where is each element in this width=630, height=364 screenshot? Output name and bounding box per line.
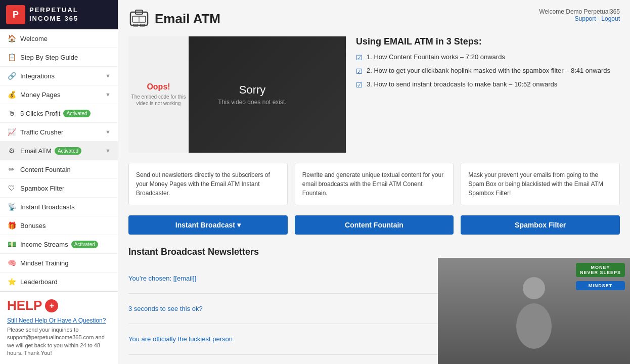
nav-label-money-pages: Money Pages bbox=[20, 91, 61, 99]
step-check-1: ☑ bbox=[356, 67, 363, 75]
sidebar-item-5clicks[interactable]: 🖱 5 Clicks Profit Activated bbox=[0, 104, 118, 123]
video-container: Oops! The embed code for this video is n… bbox=[128, 36, 346, 153]
broadcast-link-2[interactable]: You are officially the luckiest person bbox=[128, 335, 233, 343]
sorry-sub: This video does not exist. bbox=[218, 99, 286, 106]
nav-list: 🏠 Welcome 📋 Step By Step Guide 🔗 Integra… bbox=[0, 29, 118, 291]
step-item-2: ☑ 3. How to send instant broadcasts to m… bbox=[356, 80, 620, 89]
steps-list: ☑ 1. How Content Fountain works – 7:20 o… bbox=[356, 53, 620, 89]
help-bubble-icon[interactable]: + bbox=[45, 299, 58, 312]
nav-label-step-by-step: Step By Step Guide bbox=[20, 54, 78, 61]
content-area: Oops! The embed code for this video is n… bbox=[128, 36, 620, 153]
step-text-1: 2. How to get your clickbank hoplink mas… bbox=[367, 67, 610, 74]
desc-panel-broadcast: Send out newsletters directly to the sub… bbox=[128, 163, 288, 205]
help-body-text: Please send your inquiries to support@pe… bbox=[7, 326, 111, 357]
nav-label-spambox-filter: Spambox Filter bbox=[20, 185, 64, 192]
step-item-0: ☑ 1. How Content Fountain works – 7:20 o… bbox=[356, 53, 620, 62]
step-item-1: ☑ 2. How to get your clickbank hoplink m… bbox=[356, 67, 620, 75]
logout-link[interactable]: Logout bbox=[601, 15, 620, 22]
desc-panel-spambox: Mask your prevent your emails from going… bbox=[461, 163, 620, 205]
sorry-title: Sorry bbox=[218, 83, 286, 97]
nav-label-leaderboard: Leaderboard bbox=[20, 278, 58, 286]
sidebar-item-mindset-training[interactable]: 🧠 Mindset Training bbox=[0, 254, 118, 272]
logo-area[interactable]: P PERPETUAL INCOME 365 bbox=[0, 0, 118, 29]
oops-title: Oops! bbox=[147, 82, 170, 92]
nav-badge-income-streams: Activated bbox=[71, 241, 98, 248]
oops-sub: The embed code for this video is not wor… bbox=[128, 94, 189, 107]
help-section: HELP + Still Need Help Or Have A Questio… bbox=[0, 291, 118, 363]
nav-label-mindset-training: Mindset Training bbox=[20, 259, 68, 267]
nav-icon-email-atm: ⚙ bbox=[7, 146, 16, 155]
nav-badge-5clicks: Activated bbox=[63, 110, 90, 117]
sidebar-item-money-pages[interactable]: 💰 Money Pages ▼ bbox=[0, 85, 118, 104]
nav-icon-5clicks: 🖱 bbox=[7, 109, 16, 118]
sidebar-item-step-by-step[interactable]: 📋 Step By Step Guide bbox=[0, 48, 118, 67]
nav-icon-mindset-training: 🧠 bbox=[7, 258, 16, 267]
nav-icon-money-pages: 💰 bbox=[7, 90, 16, 99]
chevron-icon-money-pages: ▼ bbox=[105, 92, 111, 98]
nav-label-5clicks: 5 Clicks Profit bbox=[20, 110, 60, 117]
nav-icon-income-streams: 💵 bbox=[7, 240, 16, 249]
sidebar: P PERPETUAL INCOME 365 🏠 Welcome 📋 Step … bbox=[0, 0, 118, 364]
nav-label-bonuses: Bonuses bbox=[20, 222, 46, 230]
popup-badge-money: MONEYNEVER SLEEPS bbox=[576, 263, 625, 277]
cta-buttons: Instant Broadcast ▾ Content Fountain Spa… bbox=[128, 215, 620, 235]
sidebar-item-bonuses[interactable]: 🎁 Bonuses bbox=[0, 216, 118, 235]
sidebar-item-leaderboard[interactable]: ⭐ Leaderboard bbox=[0, 272, 118, 291]
nav-icon-step-by-step: 📋 bbox=[7, 53, 16, 62]
video-sorry-panel: Sorry This video does not exist. bbox=[218, 83, 286, 106]
sidebar-item-welcome[interactable]: 🏠 Welcome bbox=[0, 29, 118, 48]
nav-badge-email-atm: Activated bbox=[55, 147, 81, 155]
nav-label-traffic-crusher: Traffic Crusher bbox=[20, 128, 63, 136]
sidebar-item-integrations[interactable]: 🔗 Integrations ▼ bbox=[0, 67, 118, 85]
nav-icon-integrations: 🔗 bbox=[7, 71, 16, 80]
nav-icon-bonuses: 🎁 bbox=[7, 221, 16, 230]
video-thumbnail: Oops! The embed code for this video is n… bbox=[128, 36, 189, 153]
top-bar: Email ATM Welcome Demo Perpetual365 Supp… bbox=[128, 8, 620, 29]
user-links: Support - Logout bbox=[539, 15, 620, 22]
sidebar-item-traffic-crusher[interactable]: 📈 Traffic Crusher ▼ bbox=[0, 123, 118, 142]
video-inner: Oops! The embed code for this video is n… bbox=[128, 36, 346, 153]
logo-icon: P bbox=[6, 5, 25, 24]
page-heading: Email ATM bbox=[155, 11, 220, 27]
sidebar-item-income-streams[interactable]: 💵 Income Streams Activated bbox=[0, 235, 118, 254]
page-title-area: Email ATM bbox=[128, 8, 220, 29]
nav-icon-spambox-filter: 🛡 bbox=[7, 184, 16, 193]
video-panel: Oops! The embed code for this video is n… bbox=[128, 36, 346, 153]
popup-items: MONEYNEVER SLEEPS MINDSET bbox=[576, 263, 625, 290]
steps-panel: Using EMAIL ATM in 3 Steps: ☑ 1. How Con… bbox=[356, 36, 620, 153]
help-label: HELP bbox=[7, 298, 42, 313]
step-text-0: 1. How Content Fountain works – 7:20 onw… bbox=[367, 53, 505, 61]
step-text-2: 3. How to send instant broadcasts to mak… bbox=[367, 80, 557, 88]
nav-label-instant-broadcasts: Instant Broadcasts bbox=[20, 203, 75, 211]
sidebar-item-email-atm[interactable]: ⚙ Email ATM Activated ▼ bbox=[0, 142, 118, 160]
chevron-icon-traffic-crusher: ▼ bbox=[105, 129, 111, 135]
help-question-link[interactable]: Still Need Help Or Have A Question? bbox=[7, 317, 106, 324]
sidebar-item-spambox-filter[interactable]: 🛡 Spambox Filter bbox=[0, 179, 118, 198]
sidebar-item-instant-broadcasts[interactable]: 📡 Instant Broadcasts bbox=[0, 198, 118, 216]
instant-broadcast-button[interactable]: Instant Broadcast ▾ bbox=[128, 215, 288, 235]
spambox-filter-button[interactable]: Spambox Filter bbox=[461, 215, 620, 235]
svg-point-9 bbox=[516, 303, 552, 349]
content-fountain-button[interactable]: Content Fountain bbox=[295, 215, 454, 235]
nav-label-welcome: Welcome bbox=[20, 35, 48, 42]
video-oops-panel: Oops! The embed code for this video is n… bbox=[128, 36, 189, 153]
popup-video: MONEYNEVER SLEEPS MINDSET bbox=[438, 258, 630, 364]
steps-title: Using EMAIL ATM in 3 Steps: bbox=[356, 36, 620, 47]
chevron-icon-integrations: ▼ bbox=[105, 73, 111, 79]
help-title: HELP + bbox=[7, 298, 111, 313]
nav-label-income-streams: Income Streams bbox=[20, 241, 68, 248]
broadcast-link-1[interactable]: 3 seconds to see this ok? bbox=[128, 305, 203, 312]
nav-icon-traffic-crusher: 📈 bbox=[7, 127, 16, 136]
nav-label-content-fountain: Content Fountain bbox=[20, 166, 71, 173]
desc-panel-fountain: Rewrite and generate unique textual cont… bbox=[295, 163, 454, 205]
step-check-2: ☑ bbox=[356, 81, 363, 89]
sidebar-item-content-fountain[interactable]: ✏ Content Fountain bbox=[0, 160, 118, 179]
nav-label-integrations: Integrations bbox=[20, 72, 55, 80]
nav-icon-content-fountain: ✏ bbox=[7, 165, 16, 174]
nav-icon-leaderboard: ⭐ bbox=[7, 277, 16, 286]
atm-icon bbox=[128, 8, 150, 29]
broadcast-link-0[interactable]: You're chosen: [[email]] bbox=[128, 275, 196, 282]
desc-panels: Send out newsletters directly to the sub… bbox=[128, 163, 620, 205]
nav-icon-instant-broadcasts: 📡 bbox=[7, 202, 16, 211]
support-link[interactable]: Support bbox=[575, 15, 596, 22]
